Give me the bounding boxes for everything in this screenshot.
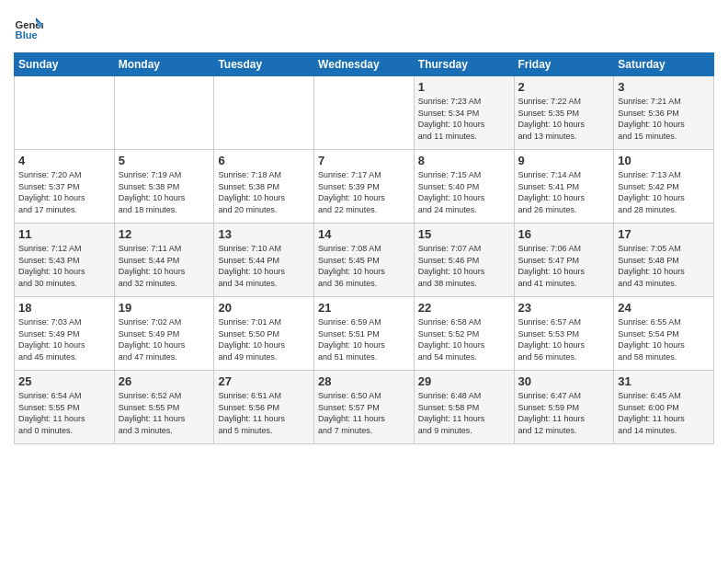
calendar-cell: 21Sunrise: 6:59 AM Sunset: 5:51 PM Dayli… (314, 297, 415, 371)
day-info: Sunrise: 7:14 AM Sunset: 5:41 PM Dayligh… (518, 169, 610, 215)
day-info: Sunrise: 7:18 AM Sunset: 5:38 PM Dayligh… (218, 169, 310, 215)
day-number: 22 (418, 301, 510, 315)
day-info: Sunrise: 6:50 AM Sunset: 5:57 PM Dayligh… (318, 390, 410, 436)
calendar-table: SundayMondayTuesdayWednesdayThursdayFrid… (14, 52, 714, 444)
header-cell-saturday: Saturday (614, 53, 714, 76)
day-number: 14 (318, 227, 410, 241)
day-info: Sunrise: 6:59 AM Sunset: 5:51 PM Dayligh… (318, 316, 410, 362)
day-info: Sunrise: 7:10 AM Sunset: 5:44 PM Dayligh… (218, 243, 310, 289)
day-info: Sunrise: 6:52 AM Sunset: 5:55 PM Dayligh… (119, 390, 210, 436)
day-info: Sunrise: 7:22 AM Sunset: 5:35 PM Dayligh… (518, 96, 610, 142)
calendar-cell: 10Sunrise: 7:13 AM Sunset: 5:42 PM Dayli… (614, 150, 714, 224)
day-info: Sunrise: 7:03 AM Sunset: 5:49 PM Dayligh… (18, 316, 110, 362)
day-info: Sunrise: 6:58 AM Sunset: 5:52 PM Dayligh… (418, 316, 510, 362)
calendar-header-row: SundayMondayTuesdayWednesdayThursdayFrid… (15, 53, 714, 76)
day-info: Sunrise: 7:12 AM Sunset: 5:43 PM Dayligh… (18, 243, 110, 289)
header-cell-friday: Friday (514, 53, 614, 76)
day-info: Sunrise: 7:23 AM Sunset: 5:34 PM Dayligh… (418, 96, 510, 142)
day-number: 1 (418, 80, 510, 94)
day-info: Sunrise: 7:11 AM Sunset: 5:44 PM Dayligh… (119, 243, 210, 289)
day-number: 15 (418, 227, 510, 241)
calendar-cell: 16Sunrise: 7:06 AM Sunset: 5:47 PM Dayli… (514, 224, 614, 297)
calendar-cell: 2Sunrise: 7:22 AM Sunset: 5:35 PM Daylig… (514, 76, 614, 150)
calendar-cell: 26Sunrise: 6:52 AM Sunset: 5:55 PM Dayli… (114, 371, 214, 444)
calendar-cell (15, 76, 115, 150)
calendar-cell: 27Sunrise: 6:51 AM Sunset: 5:56 PM Dayli… (214, 371, 314, 444)
day-info: Sunrise: 7:13 AM Sunset: 5:42 PM Dayligh… (618, 169, 710, 215)
calendar-week-row: 1Sunrise: 7:23 AM Sunset: 5:34 PM Daylig… (15, 76, 714, 150)
header-cell-tuesday: Tuesday (214, 53, 314, 76)
calendar-cell: 11Sunrise: 7:12 AM Sunset: 5:43 PM Dayli… (15, 224, 115, 297)
day-info: Sunrise: 7:07 AM Sunset: 5:46 PM Dayligh… (418, 243, 510, 289)
calendar-cell: 8Sunrise: 7:15 AM Sunset: 5:40 PM Daylig… (414, 150, 514, 224)
day-number: 5 (119, 154, 210, 167)
calendar-cell: 28Sunrise: 6:50 AM Sunset: 5:57 PM Dayli… (314, 371, 415, 444)
header-cell-sunday: Sunday (15, 53, 115, 76)
calendar-cell: 29Sunrise: 6:48 AM Sunset: 5:58 PM Dayli… (414, 371, 514, 444)
day-number: 8 (418, 154, 510, 167)
day-number: 13 (218, 227, 310, 241)
day-number: 2 (518, 80, 610, 94)
calendar-week-row: 11Sunrise: 7:12 AM Sunset: 5:43 PM Dayli… (15, 224, 714, 297)
day-info: Sunrise: 7:01 AM Sunset: 5:50 PM Dayligh… (218, 316, 310, 362)
calendar-week-row: 18Sunrise: 7:03 AM Sunset: 5:49 PM Dayli… (15, 297, 714, 371)
day-number: 3 (618, 80, 710, 94)
header-cell-wednesday: Wednesday (314, 53, 415, 76)
calendar-cell (114, 76, 214, 150)
calendar-cell: 5Sunrise: 7:19 AM Sunset: 5:38 PM Daylig… (114, 150, 214, 224)
day-number: 20 (218, 301, 310, 315)
day-info: Sunrise: 7:05 AM Sunset: 5:48 PM Dayligh… (618, 243, 710, 289)
day-info: Sunrise: 6:45 AM Sunset: 6:00 PM Dayligh… (618, 390, 710, 436)
calendar-cell: 12Sunrise: 7:11 AM Sunset: 5:44 PM Dayli… (114, 224, 214, 297)
day-info: Sunrise: 6:51 AM Sunset: 5:56 PM Dayligh… (218, 390, 310, 436)
header-cell-thursday: Thursday (414, 53, 514, 76)
calendar-cell (214, 76, 314, 150)
day-info: Sunrise: 7:02 AM Sunset: 5:49 PM Dayligh… (119, 316, 210, 362)
day-number: 25 (18, 374, 110, 388)
calendar-cell: 14Sunrise: 7:08 AM Sunset: 5:45 PM Dayli… (314, 224, 415, 297)
day-info: Sunrise: 7:06 AM Sunset: 5:47 PM Dayligh… (518, 243, 610, 289)
day-number: 16 (518, 227, 610, 241)
calendar-cell: 24Sunrise: 6:55 AM Sunset: 5:54 PM Dayli… (614, 297, 714, 371)
calendar-week-row: 25Sunrise: 6:54 AM Sunset: 5:55 PM Dayli… (15, 371, 714, 444)
day-number: 24 (618, 301, 710, 315)
day-number: 11 (18, 227, 110, 241)
day-number: 26 (119, 374, 210, 388)
day-number: 31 (618, 374, 710, 388)
day-number: 9 (518, 154, 610, 167)
day-info: Sunrise: 6:47 AM Sunset: 5:59 PM Dayligh… (518, 390, 610, 436)
calendar-cell: 15Sunrise: 7:07 AM Sunset: 5:46 PM Dayli… (414, 224, 514, 297)
calendar-cell: 31Sunrise: 6:45 AM Sunset: 6:00 PM Dayli… (614, 371, 714, 444)
day-number: 19 (119, 301, 210, 315)
day-number: 28 (318, 374, 410, 388)
calendar-cell: 1Sunrise: 7:23 AM Sunset: 5:34 PM Daylig… (414, 76, 514, 150)
calendar-cell: 18Sunrise: 7:03 AM Sunset: 5:49 PM Dayli… (15, 297, 115, 371)
day-info: Sunrise: 6:48 AM Sunset: 5:58 PM Dayligh… (418, 390, 510, 436)
day-info: Sunrise: 7:20 AM Sunset: 5:37 PM Dayligh… (18, 169, 110, 215)
header: General Blue (14, 14, 714, 43)
day-info: Sunrise: 6:57 AM Sunset: 5:53 PM Dayligh… (518, 316, 610, 362)
day-info: Sunrise: 6:55 AM Sunset: 5:54 PM Dayligh… (618, 316, 710, 362)
calendar-cell (314, 76, 415, 150)
calendar-cell: 17Sunrise: 7:05 AM Sunset: 5:48 PM Dayli… (614, 224, 714, 297)
calendar-cell: 9Sunrise: 7:14 AM Sunset: 5:41 PM Daylig… (514, 150, 614, 224)
day-number: 23 (518, 301, 610, 315)
day-info: Sunrise: 7:17 AM Sunset: 5:39 PM Dayligh… (318, 169, 410, 215)
calendar-cell: 22Sunrise: 6:58 AM Sunset: 5:52 PM Dayli… (414, 297, 514, 371)
calendar-cell: 7Sunrise: 7:17 AM Sunset: 5:39 PM Daylig… (314, 150, 415, 224)
day-number: 18 (18, 301, 110, 315)
day-number: 29 (418, 374, 510, 388)
calendar-cell: 20Sunrise: 7:01 AM Sunset: 5:50 PM Dayli… (214, 297, 314, 371)
logo: General Blue (14, 14, 47, 43)
day-number: 17 (618, 227, 710, 241)
day-number: 6 (218, 154, 310, 167)
day-info: Sunrise: 7:21 AM Sunset: 5:36 PM Dayligh… (618, 96, 710, 142)
day-number: 4 (18, 154, 110, 167)
day-number: 7 (318, 154, 410, 167)
calendar-cell: 30Sunrise: 6:47 AM Sunset: 5:59 PM Dayli… (514, 371, 614, 444)
day-info: Sunrise: 7:19 AM Sunset: 5:38 PM Dayligh… (119, 169, 210, 215)
calendar-cell: 4Sunrise: 7:20 AM Sunset: 5:37 PM Daylig… (15, 150, 115, 224)
calendar-cell: 3Sunrise: 7:21 AM Sunset: 5:36 PM Daylig… (614, 76, 714, 150)
calendar-cell: 23Sunrise: 6:57 AM Sunset: 5:53 PM Dayli… (514, 297, 614, 371)
day-info: Sunrise: 7:15 AM Sunset: 5:40 PM Dayligh… (418, 169, 510, 215)
